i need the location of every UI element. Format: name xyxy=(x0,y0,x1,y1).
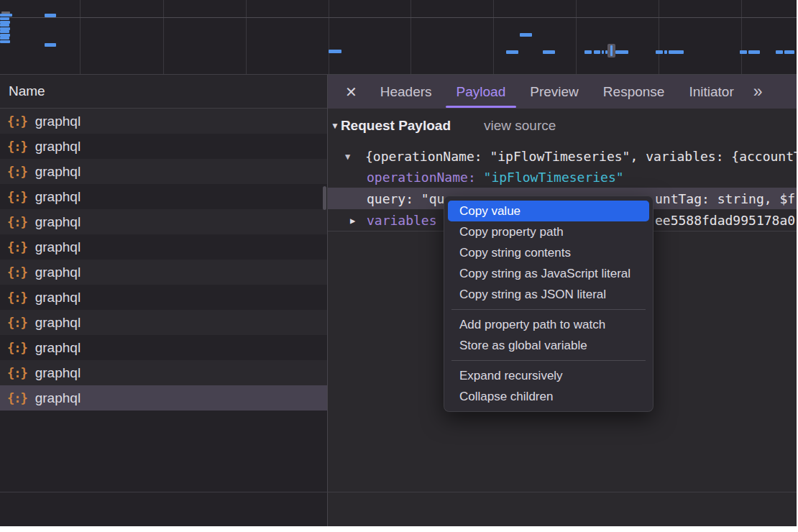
request-timing-bar xyxy=(784,50,794,54)
request-row[interactable]: {:}graphql xyxy=(0,360,327,385)
network-overview-strip[interactable] xyxy=(0,0,797,75)
request-name: graphql xyxy=(35,139,81,155)
request-row[interactable]: {:}graphql xyxy=(0,385,327,411)
request-timing-bar xyxy=(748,50,760,54)
request-name: graphql xyxy=(35,189,81,205)
overview-gridline xyxy=(80,0,81,74)
list-scrollbar-thumb[interactable] xyxy=(323,186,326,210)
view-source-link[interactable]: view source xyxy=(484,118,556,134)
request-row[interactable]: {:}graphql xyxy=(0,234,327,260)
request-row[interactable]: {:}graphql xyxy=(0,310,327,335)
footer-divider xyxy=(0,492,797,492)
menu-item-collapse-children[interactable]: Collapse children xyxy=(448,386,649,407)
name-column-label: Name xyxy=(9,83,45,99)
menu-item-add-property-path-to-watch[interactable]: Add property path to watch xyxy=(448,314,649,335)
panel-divider[interactable] xyxy=(327,75,328,526)
menu-item-store-as-global-variable[interactable]: Store as global variable xyxy=(448,335,649,356)
request-name: graphql xyxy=(35,265,81,280)
json-request-icon: {:} xyxy=(7,215,27,229)
request-name: graphql xyxy=(35,390,81,406)
overview-gridline xyxy=(163,0,164,74)
tab-preview[interactable]: Preview xyxy=(530,84,579,100)
json-request-icon: {:} xyxy=(7,316,27,330)
request-row[interactable]: {:}graphql xyxy=(0,335,327,360)
request-name: graphql xyxy=(35,164,81,180)
request-list: {:}graphql{:}graphql{:}graphql{:}graphql… xyxy=(0,109,327,411)
property-value: "ipFlowTimeseries" xyxy=(484,170,624,185)
menu-separator xyxy=(451,309,646,310)
property-value-right: ee5588fdad995178a0 xyxy=(655,209,795,231)
request-timing-bar xyxy=(520,33,532,37)
json-request-icon: {:} xyxy=(7,366,27,380)
overview-gridline xyxy=(411,0,411,74)
expand-arrow-icon[interactable]: ▶ xyxy=(350,216,355,226)
request-timing-bar xyxy=(506,50,518,54)
request-row[interactable]: {:}graphql xyxy=(0,109,327,134)
request-timing-bar xyxy=(0,17,9,20)
json-request-icon: {:} xyxy=(7,240,27,254)
more-tabs-icon[interactable]: » xyxy=(753,82,761,101)
request-timing-bar xyxy=(329,50,341,53)
overview-gridline xyxy=(246,0,247,74)
request-timing-bar xyxy=(0,37,9,40)
request-timing-bar xyxy=(0,24,9,27)
request-name: graphql xyxy=(35,214,81,230)
tab-initiator[interactable]: Initiator xyxy=(689,84,733,100)
property-key: operationName: xyxy=(367,170,484,185)
context-menu: Copy valueCopy property pathCopy string … xyxy=(444,196,653,412)
request-name: graphql xyxy=(35,315,81,331)
request-name: graphql xyxy=(35,114,81,129)
tab-response[interactable]: Response xyxy=(603,84,665,100)
overview-gridline xyxy=(576,0,577,74)
tab-headers[interactable]: Headers xyxy=(380,84,432,100)
request-row[interactable]: {:}graphql xyxy=(0,184,327,209)
request-timing-bar xyxy=(615,50,628,54)
collapse-arrow-icon[interactable]: ▼ xyxy=(345,152,350,162)
operation-name-row[interactable]: operationName: "ipFlowTimeseries" xyxy=(328,167,797,188)
json-request-icon: {:} xyxy=(7,165,27,179)
request-timing-bar xyxy=(664,50,667,54)
request-row[interactable]: {:}graphql xyxy=(0,209,327,234)
overview-gridline xyxy=(659,0,659,74)
property-key: query: xyxy=(367,191,421,206)
payload-object-preview: {operationName: "ipFlowTimeseries", vari… xyxy=(328,149,797,164)
request-timing-bar xyxy=(543,50,555,54)
json-request-icon: {:} xyxy=(7,290,27,305)
name-column-header[interactable]: Name xyxy=(0,75,327,109)
overview-baseline xyxy=(0,17,797,18)
menu-separator xyxy=(451,360,646,361)
json-request-icon: {:} xyxy=(7,391,27,405)
request-name: graphql xyxy=(35,340,81,356)
property-value-left: "qu xyxy=(421,191,445,206)
request-row[interactable]: {:}graphql xyxy=(0,260,327,285)
menu-item-expand-recursively[interactable]: Expand recursively xyxy=(448,365,649,386)
request-row[interactable]: {:}graphql xyxy=(0,285,327,310)
request-timing-bar xyxy=(584,50,592,54)
menu-item-copy-string-as-json-literal[interactable]: Copy string as JSON literal xyxy=(448,284,649,305)
request-payload-title: Request Payload xyxy=(341,118,451,134)
property-key: variables xyxy=(328,213,437,228)
json-request-icon: {:} xyxy=(7,114,27,129)
overview-gridline xyxy=(741,0,742,74)
request-timing-bar xyxy=(0,40,10,43)
overview-gridline xyxy=(493,0,494,74)
json-request-icon: {:} xyxy=(7,139,27,154)
payload-root-row[interactable]: ▼ {operationName: "ipFlowTimeseries", va… xyxy=(328,146,797,167)
overview-gridline xyxy=(329,0,329,74)
menu-item-copy-string-as-javascript-literal[interactable]: Copy string as JavaScript literal xyxy=(448,263,649,284)
request-name: graphql xyxy=(35,290,81,306)
request-row[interactable]: {:}graphql xyxy=(0,159,327,184)
menu-item-copy-property-path[interactable]: Copy property path xyxy=(448,221,649,242)
close-icon[interactable]: ✕ xyxy=(345,83,357,101)
tab-payload[interactable]: Payload xyxy=(457,84,506,100)
collapse-arrow-icon[interactable]: ▼ xyxy=(331,121,339,131)
request-timing-bar xyxy=(669,50,684,54)
menu-item-copy-string-contents[interactable]: Copy string contents xyxy=(448,242,649,263)
menu-item-copy-value[interactable]: Copy value xyxy=(448,201,649,221)
request-name: graphql xyxy=(35,239,81,255)
request-timing-bar xyxy=(602,50,604,54)
request-row[interactable]: {:}graphql xyxy=(0,134,327,159)
request-payload-header: ▼ Request Payload view source xyxy=(331,118,556,134)
request-timing-bar xyxy=(740,50,747,54)
property-value-right: untTag: string, $f xyxy=(655,188,795,209)
